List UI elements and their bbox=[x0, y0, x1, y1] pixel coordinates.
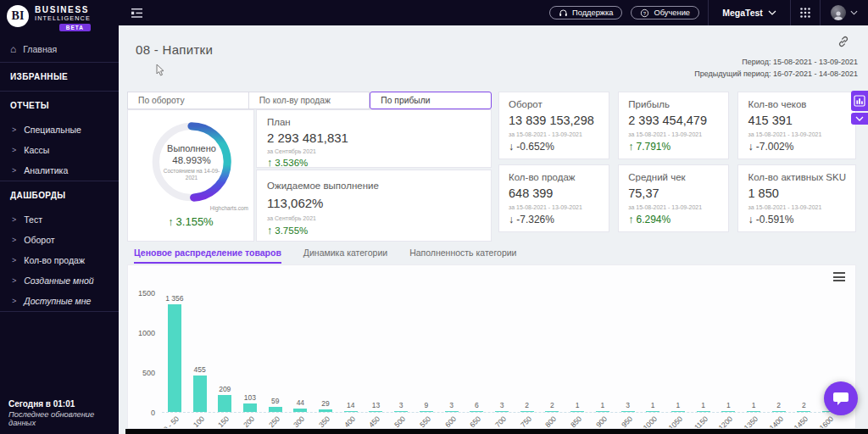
topbar: Поддержка ? Обучение MegaTest bbox=[119, 0, 868, 25]
kpi-label: Прибыль bbox=[628, 99, 719, 109]
account-name: MegaTest bbox=[722, 8, 763, 18]
x-axis-label: 250 - 300 bbox=[279, 415, 306, 429]
bar[interactable] bbox=[269, 407, 282, 412]
bar[interactable] bbox=[344, 411, 358, 412]
account-menu[interactable]: MegaTest bbox=[709, 8, 790, 18]
bar[interactable] bbox=[394, 411, 408, 412]
user-menu[interactable] bbox=[821, 5, 868, 20]
bar[interactable] bbox=[671, 411, 685, 412]
bar-slot: 103150 - 200 bbox=[237, 284, 263, 412]
bar-value-label: 3 bbox=[449, 401, 453, 409]
chevron-right-icon: > bbox=[12, 256, 16, 264]
bar-slot: 44250 - 300 bbox=[288, 284, 314, 412]
expected-completion-card: Ожидаемое выполнение 113,062% за Сентябр… bbox=[256, 170, 492, 242]
brand-line2: INTELLIGENCE bbox=[35, 14, 91, 22]
bar-slot: 1800 - 850 bbox=[565, 284, 590, 412]
kpi-delta: ↑7.791% bbox=[628, 141, 719, 153]
last-update-time: Сегодня в 01:01 bbox=[8, 399, 119, 409]
bar-slot: 9500 - 550 bbox=[414, 284, 439, 412]
chart-tab[interactable]: Ценовое распределение товаров bbox=[134, 248, 281, 264]
bar[interactable] bbox=[319, 409, 332, 412]
plan-delta: ↑ 3.536% bbox=[267, 157, 481, 169]
bar-value-label: 1 bbox=[752, 401, 756, 409]
bar[interactable] bbox=[369, 411, 382, 412]
bar[interactable] bbox=[570, 411, 584, 412]
bar-slot: 11150 - 1200 bbox=[715, 284, 741, 412]
metric-tab[interactable]: По обороту bbox=[127, 92, 249, 109]
dashboard-panel-button[interactable] bbox=[851, 91, 868, 111]
plan-card: План 2 293 481,831 за Сентябрь 2021 ↑ 3.… bbox=[256, 109, 492, 168]
bar-value-label: 455 bbox=[193, 365, 205, 374]
support-button[interactable]: Поддержка bbox=[549, 6, 623, 19]
bar[interactable] bbox=[420, 411, 433, 412]
chart-context-menu-button[interactable] bbox=[833, 272, 845, 281]
sidebar-item[interactable]: >Тест bbox=[0, 209, 119, 230]
avatar bbox=[831, 5, 846, 20]
person-icon bbox=[832, 10, 844, 20]
bar[interactable] bbox=[193, 376, 207, 412]
sidebar-item[interactable]: >Созданные мной bbox=[0, 270, 119, 291]
sidebar-item[interactable]: >Кассы bbox=[0, 140, 119, 160]
x-axis-label: 700 - 750 bbox=[505, 415, 532, 429]
bar[interactable] bbox=[747, 411, 760, 412]
training-button[interactable]: ? Обучение bbox=[631, 6, 699, 19]
collapse-panel-button[interactable] bbox=[851, 113, 868, 125]
bar[interactable] bbox=[168, 304, 181, 412]
metric-tab[interactable]: По прибыли bbox=[370, 92, 492, 109]
kpi-value: 1 850 bbox=[748, 186, 846, 200]
chart-tab[interactable]: Наполненность категории bbox=[409, 248, 516, 264]
side-toolbar bbox=[851, 91, 868, 125]
sidebar-home-label: Главная bbox=[23, 44, 57, 54]
bar[interactable] bbox=[470, 411, 483, 412]
plan-period: за Сентябрь 2021 bbox=[267, 148, 481, 154]
sidebar-item[interactable]: >Доступные мне bbox=[0, 291, 119, 311]
sidebar-item[interactable]: >Специальные bbox=[0, 120, 119, 140]
sidebar-item-home[interactable]: ⌂ Главная bbox=[0, 35, 119, 62]
bar[interactable] bbox=[293, 409, 307, 412]
chevron-down-icon bbox=[768, 10, 776, 15]
bar[interactable] bbox=[545, 411, 559, 412]
bar[interactable] bbox=[797, 411, 810, 412]
metric-tab[interactable]: По кол-ву продаж bbox=[249, 92, 370, 109]
page-title: 08 - Напитки bbox=[136, 42, 213, 57]
share-link-button[interactable] bbox=[837, 36, 849, 51]
sidebar-toggle-button[interactable] bbox=[131, 8, 144, 19]
bar[interactable] bbox=[218, 395, 231, 412]
bar[interactable] bbox=[646, 411, 659, 412]
bar-value-label: 6 bbox=[475, 401, 479, 409]
sidebar-item[interactable]: >Кол-во продаж bbox=[0, 250, 119, 270]
bar-value-label: 2 bbox=[525, 401, 529, 409]
bar[interactable] bbox=[445, 411, 459, 412]
sidebar-item-label: Тест bbox=[24, 214, 42, 225]
bar-value-label: 1 bbox=[701, 401, 705, 409]
divider bbox=[0, 311, 119, 312]
bar-slot: 21350 - 1400 bbox=[766, 284, 792, 412]
x-axis-label: 500 - 550 bbox=[404, 415, 431, 429]
bar[interactable] bbox=[596, 411, 609, 412]
bar[interactable] bbox=[772, 411, 786, 412]
bar-value-label: 1 bbox=[600, 401, 604, 409]
bar[interactable] bbox=[721, 411, 735, 412]
bar[interactable] bbox=[520, 411, 534, 412]
bar-slot: 14350 - 400 bbox=[338, 284, 364, 412]
chart-tab[interactable]: Динамика категории bbox=[303, 248, 387, 264]
bar-slot: 59200 - 250 bbox=[263, 284, 288, 412]
link-icon bbox=[837, 36, 849, 47]
bar[interactable] bbox=[621, 411, 635, 412]
sidebar-item[interactable]: >Оборот bbox=[0, 230, 119, 250]
bar-slot: 3550 - 600 bbox=[439, 284, 465, 412]
bar[interactable] bbox=[697, 411, 710, 412]
chat-bubble-icon bbox=[832, 391, 849, 407]
kpi-period: за 15-08-2021 - 13-09-2021 bbox=[628, 204, 719, 210]
apps-grid-button[interactable] bbox=[791, 7, 820, 19]
brand-logo[interactable]: BI BUSINESS INTELLIGENCE BETA bbox=[0, 0, 119, 35]
bar[interactable] bbox=[495, 411, 509, 412]
chat-widget-button[interactable] bbox=[824, 381, 858, 415]
highcharts-credit[interactable]: Highcharts.com bbox=[210, 205, 248, 211]
price-distribution-chart-card: 1 3560 - 5045550 - 100209100 - 150103150… bbox=[127, 264, 856, 429]
bar[interactable] bbox=[243, 403, 257, 412]
y-axis-label: 1500 bbox=[133, 289, 155, 298]
sidebar-item-label: Специальные bbox=[24, 125, 81, 135]
sidebar-item[interactable]: >Аналитика bbox=[0, 160, 119, 181]
bar-slot: 11300 - 1350 bbox=[741, 284, 766, 412]
